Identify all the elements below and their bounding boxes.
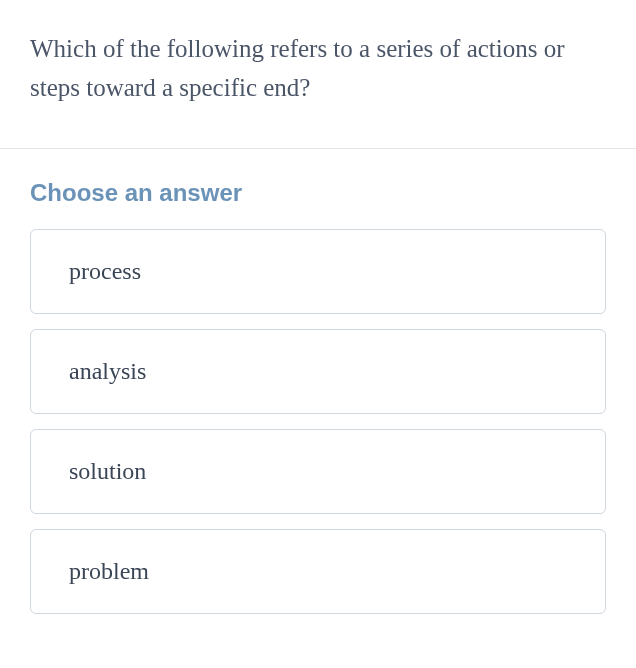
answer-option-2[interactable]: solution: [30, 429, 606, 514]
answer-section: Choose an answer process analysis soluti…: [0, 149, 636, 644]
answer-label: process: [69, 258, 141, 284]
answer-option-1[interactable]: analysis: [30, 329, 606, 414]
answer-option-3[interactable]: problem: [30, 529, 606, 614]
answer-label: analysis: [69, 358, 146, 384]
answer-options-list: process analysis solution problem: [30, 229, 606, 614]
answer-label: problem: [69, 558, 149, 584]
answer-option-0[interactable]: process: [30, 229, 606, 314]
answer-label: solution: [69, 458, 146, 484]
question-text: Which of the following refers to a serie…: [30, 30, 606, 108]
question-section: Which of the following refers to a serie…: [0, 0, 636, 149]
answer-instruction: Choose an answer: [30, 179, 606, 207]
